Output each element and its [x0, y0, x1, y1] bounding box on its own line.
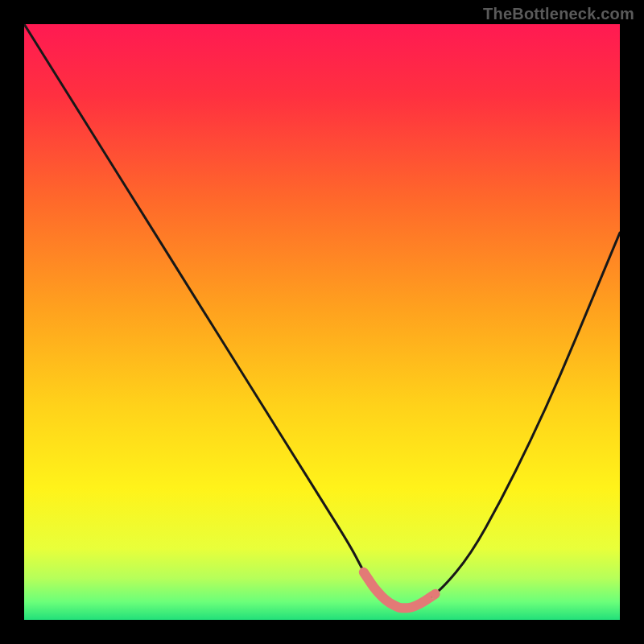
- chart-frame: TheBottleneck.com: [0, 0, 644, 644]
- plot-area: [24, 24, 620, 620]
- plot-svg: [24, 24, 620, 620]
- gradient-rect: [24, 24, 620, 620]
- watermark-text: TheBottleneck.com: [483, 5, 634, 23]
